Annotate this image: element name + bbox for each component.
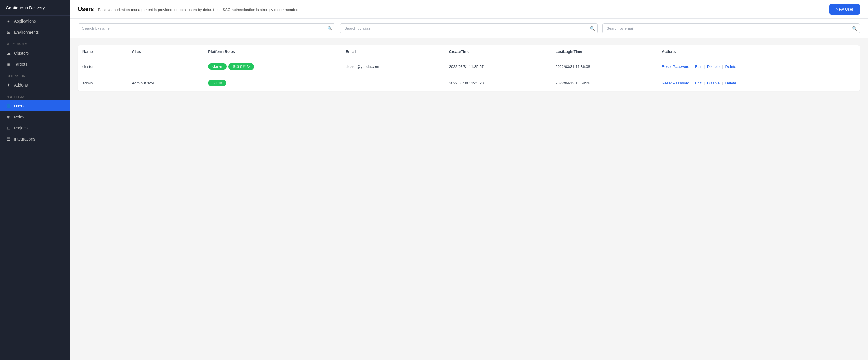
row-0-create-time: 2022/03/31 11:35:57 — [444, 58, 551, 75]
row-1-roles: Admin — [204, 75, 341, 91]
row-1-email — [341, 75, 444, 91]
table-body: clustercluster集群管理员cluster@yueda.com2022… — [78, 58, 860, 91]
role-badge-集群管理员: 集群管理员 — [228, 63, 254, 70]
addons-icon: ✦ — [6, 83, 11, 88]
topbar-left: Users Basic authorization management is … — [78, 6, 299, 12]
action-disable-row-0[interactable]: Disable — [707, 64, 720, 69]
sidebar-item-label-targets: Targets — [14, 62, 27, 66]
search-by-email-field: 🔍 — [602, 23, 860, 33]
users-table: NameAliasPlatform RolesEmailCreateTimeLa… — [78, 45, 860, 91]
action-delete-row-0[interactable]: Delete — [725, 64, 736, 69]
sidebar-item-label-applications: Applications — [14, 19, 36, 24]
main-content: Users Basic authorization management is … — [70, 0, 868, 360]
action-reset-password-row-0[interactable]: Reset Password — [662, 64, 689, 69]
action-separator: | — [691, 81, 692, 85]
action-separator: | — [722, 64, 723, 69]
sidebar-item-addons[interactable]: ✦Addons — [0, 80, 70, 91]
row-0-email: cluster@yueda.com — [341, 58, 444, 75]
sidebar-item-label-environments: Environments — [14, 30, 39, 34]
table-row: adminAdministratorAdmin2022/03/30 11:45:… — [78, 75, 860, 91]
row-1-name: admin — [78, 75, 127, 91]
table-row: clustercluster集群管理员cluster@yueda.com2022… — [78, 58, 860, 75]
action-edit-row-0[interactable]: Edit — [695, 64, 701, 69]
action-separator: | — [704, 64, 705, 69]
sidebar-section-label: Platform — [0, 91, 70, 100]
environments-icon: ⊟ — [6, 30, 11, 35]
clusters-icon: ☁ — [6, 51, 11, 56]
search-by-name-input[interactable] — [78, 23, 335, 33]
search-bar: 🔍 🔍 🔍 — [70, 19, 868, 38]
projects-icon: ⊟ — [6, 125, 11, 131]
content-area: NameAliasPlatform RolesEmailCreateTimeLa… — [70, 38, 868, 360]
sidebar-item-projects[interactable]: ⊟Projects — [0, 122, 70, 133]
col-lastlogintime: LastLoginTime — [551, 45, 657, 58]
row-1-last-login-time: 2022/04/13 13:58:26 — [551, 75, 657, 91]
row-1-create-time: 2022/03/30 11:45:20 — [444, 75, 551, 91]
sidebar-item-label-projects: Projects — [14, 126, 29, 130]
users-icon: 👤 — [6, 103, 11, 109]
action-separator: | — [704, 81, 705, 85]
action-delete-row-1[interactable]: Delete — [725, 81, 736, 85]
search-by-alias-field: 🔍 — [340, 23, 597, 33]
action-separator: | — [722, 81, 723, 85]
sidebar-section-label: Extension — [0, 70, 70, 80]
row-1-actions: Reset Password|Edit|Disable|Delete — [657, 75, 860, 91]
row-0-last-login-time: 2022/03/31 11:36:08 — [551, 58, 657, 75]
integrations-icon: ☰ — [6, 137, 11, 142]
row-0-roles: cluster集群管理员 — [204, 58, 341, 75]
applications-icon: ◈ — [6, 19, 11, 24]
page-description: Basic authorization management is provid… — [98, 7, 299, 12]
sidebar-item-roles[interactable]: ⊕Roles — [0, 112, 70, 122]
col-name: Name — [78, 45, 127, 58]
col-actions: Actions — [657, 45, 860, 58]
sidebar-item-label-addons: Addons — [14, 83, 28, 87]
search-by-email-input[interactable] — [602, 23, 860, 33]
page-title: Users — [78, 6, 94, 12]
search-by-alias-input[interactable] — [340, 23, 597, 33]
role-badge-cluster: cluster — [208, 63, 226, 70]
sidebar-section-label: Resources — [0, 38, 70, 48]
sidebar-item-environments[interactable]: ⊟Environments — [0, 27, 70, 38]
table-header: NameAliasPlatform RolesEmailCreateTimeLa… — [78, 45, 860, 58]
sidebar-brand: Continuous Delivery — [0, 0, 70, 16]
topbar: Users Basic authorization management is … — [70, 0, 868, 19]
action-reset-password-row-1[interactable]: Reset Password — [662, 81, 689, 85]
new-user-button[interactable]: New User — [829, 4, 860, 14]
sidebar: Continuous Delivery ◈Applications⊟Enviro… — [0, 0, 70, 360]
action-disable-row-1[interactable]: Disable — [707, 81, 720, 85]
sidebar-item-label-integrations: Integrations — [14, 137, 35, 141]
col-email: Email — [341, 45, 444, 58]
action-separator: | — [691, 64, 692, 69]
sidebar-item-clusters[interactable]: ☁Clusters — [0, 48, 70, 59]
sidebar-item-label-clusters: Clusters — [14, 51, 29, 56]
row-0-alias — [127, 58, 204, 75]
row-1-alias: Administrator — [127, 75, 204, 91]
roles-icon: ⊕ — [6, 114, 11, 120]
sidebar-item-label-users: Users — [14, 103, 25, 108]
search-by-name-field: 🔍 — [78, 23, 335, 33]
role-badge-Admin: Admin — [208, 80, 226, 86]
sidebar-item-users[interactable]: 👤Users — [0, 100, 70, 112]
row-0-name: cluster — [78, 58, 127, 75]
col-createtime: CreateTime — [444, 45, 551, 58]
table-header-row: NameAliasPlatform RolesEmailCreateTimeLa… — [78, 45, 860, 58]
targets-icon: ▣ — [6, 62, 11, 67]
sidebar-item-integrations[interactable]: ☰Integrations — [0, 133, 70, 145]
col-platform-roles: Platform Roles — [204, 45, 341, 58]
action-edit-row-1[interactable]: Edit — [695, 81, 701, 85]
sidebar-item-applications[interactable]: ◈Applications — [0, 16, 70, 27]
sidebar-item-targets[interactable]: ▣Targets — [0, 59, 70, 70]
sidebar-item-label-roles: Roles — [14, 115, 24, 119]
col-alias: Alias — [127, 45, 204, 58]
row-0-actions: Reset Password|Edit|Disable|Delete — [657, 58, 860, 75]
